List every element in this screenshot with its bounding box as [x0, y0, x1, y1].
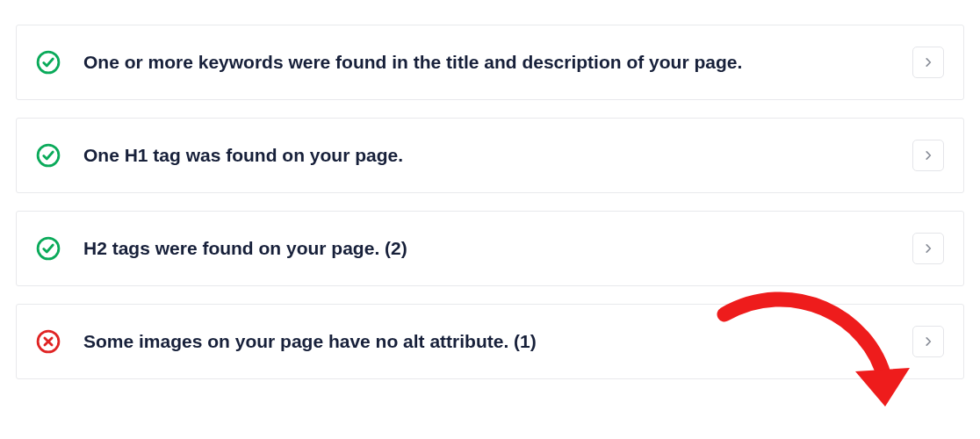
audit-item-text: Some images on your page have no alt att…	[83, 329, 898, 354]
audit-item-list: One or more keywords were found in the t…	[16, 25, 964, 379]
check-circle-icon	[36, 143, 61, 168]
chevron-right-icon	[922, 56, 934, 68]
audit-item-text: One or more keywords were found in the t…	[83, 50, 898, 75]
x-circle-icon	[36, 329, 61, 354]
expand-button[interactable]	[912, 47, 944, 78]
audit-item-text: One H1 tag was found on your page.	[83, 143, 898, 168]
audit-item-text: H2 tags were found on your page. (2)	[83, 236, 898, 261]
chevron-right-icon	[922, 149, 934, 162]
chevron-right-icon	[922, 335, 934, 348]
check-circle-icon	[36, 50, 61, 75]
audit-item: One or more keywords were found in the t…	[16, 25, 964, 100]
audit-item: Some images on your page have no alt att…	[16, 304, 964, 379]
expand-button[interactable]	[912, 326, 944, 357]
audit-item: One H1 tag was found on your page.	[16, 118, 964, 193]
expand-button[interactable]	[912, 233, 944, 264]
check-circle-icon	[36, 236, 61, 261]
expand-button[interactable]	[912, 140, 944, 171]
audit-item: H2 tags were found on your page. (2)	[16, 211, 964, 286]
chevron-right-icon	[922, 242, 934, 255]
